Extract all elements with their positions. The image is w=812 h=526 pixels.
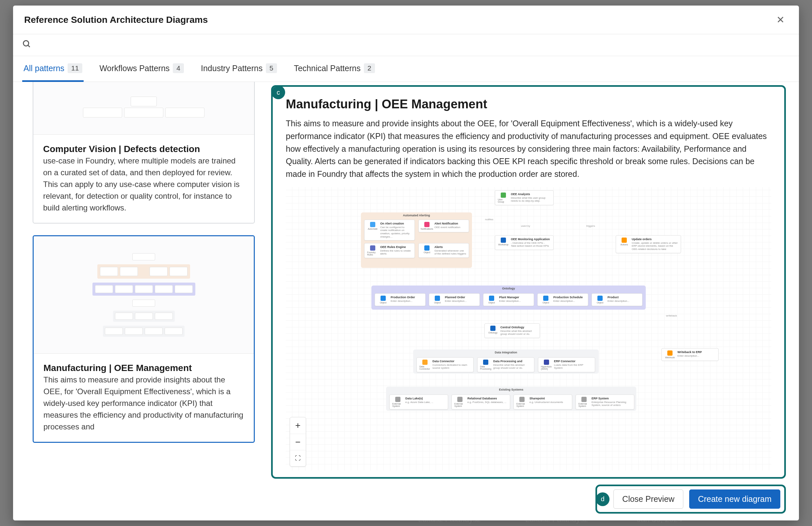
card-computer-vision[interactable]: Computer Vision | Defects detection use-… [33,82,255,224]
tab-count: 11 [68,63,82,73]
node-product[interactable]: Object ProductEnter description... [592,294,642,306]
edge-label: used by [521,225,530,227]
svg-point-0 [24,41,29,46]
node-oee-analysts[interactable]: User Group OEE AnalystsDescribe what thi… [495,190,554,205]
modal: Reference Solution Architecture Diagrams… [13,5,799,521]
tab-count: 5 [266,63,277,73]
close-icon[interactable]: ✕ [773,13,788,27]
modal-title: Reference Solution Architecture Diagrams [24,15,208,25]
node-data-connector[interactable]: Data Connector Data ConnectorConnectors … [417,357,474,372]
tab-count: 4 [173,63,184,73]
node-production-schedule[interactable]: Object Production ScheduleEnter descript… [537,294,588,306]
card-thumbnail [33,82,254,135]
node-writeback-erp[interactable]: Webhook Writeback to ERPEnter descriptio… [662,348,719,361]
fullscreen-button[interactable]: ⛶ [290,450,306,466]
node-on-alert[interactable]: Automate On Alert creationCan be configu… [364,220,415,240]
group-label: Automated Alerting [403,214,430,217]
diagram-canvas[interactable]: User Group OEE AnalystsDescribe what thi… [286,187,771,470]
edge-label: notifies [485,218,493,221]
node-plant-manager[interactable]: Object Plant ManagerEnter description... [483,294,534,306]
node-erp-system[interactable]: External System ERP SystemEnterprise Res… [576,394,634,409]
edge-label: triggers [586,225,595,227]
node-relational-db[interactable]: External System Relational Databasese.g.… [451,394,510,409]
tab-label: Workflows Patterns [99,64,170,73]
node-planned-order[interactable]: Object Planned OrderEnter description... [429,294,480,306]
create-diagram-button[interactable]: Create new diagram [689,490,780,509]
card-list[interactable]: Computer Vision | Defects detection use-… [13,82,268,521]
tab-all-patterns[interactable]: All patterns 11 [22,56,84,82]
detail-description: This aims to measure and provide insight… [286,117,771,180]
node-rules-engine[interactable]: Foundry Rules OEE Rules EngineDefines th… [364,243,415,258]
card-title: Manufacturing | OEE Management [43,363,244,373]
tab-label: All patterns [24,64,64,73]
node-alerts[interactable]: Object AlertsGenerated whenever one of t… [418,243,469,258]
detail-panel: c Manufacturing | OEE Management This ai… [268,82,799,521]
tabs: All patterns 11 Workflows Patterns 4 Ind… [13,56,799,82]
node-data-processing[interactable]: Data Processing Data Processing andDescr… [477,357,534,372]
node-erp-connector[interactable]: HyperAuto (SDDI) ERP ConnectorLoads data… [538,357,595,372]
tab-label: Technical Patterns [294,64,361,73]
tab-workflows-patterns[interactable]: Workflows Patterns 4 [98,56,185,82]
tab-technical-patterns[interactable]: Technical Patterns 2 [293,56,376,82]
annotation-badge-c: c [272,86,285,99]
zoom-in-button[interactable]: + [290,417,306,434]
node-central-ontology[interactable]: Ontology Central OntologyDescribe what t… [484,324,540,338]
card-oee-management[interactable]: Manufacturing | OEE Management This aims… [33,235,255,443]
footer-actions: d Close Preview Create new diagram [595,484,786,514]
node-update-orders[interactable]: Actions Update ordersCreate, update or d… [616,235,681,253]
detail-title: Manufacturing | OEE Management [286,97,771,111]
node-production-order[interactable]: Object Production OrderEnter description… [375,294,425,306]
card-description: This aims to measure and provide insight… [43,374,244,433]
annotation-badge-d: d [596,492,609,506]
tab-label: Industry Patterns [201,64,263,73]
close-preview-button[interactable]: Close Preview [613,490,683,509]
zoom-out-button[interactable]: − [290,434,306,450]
detail-box: c Manufacturing | OEE Management This ai… [271,85,786,479]
zoom-controls: + − ⛶ [290,417,306,467]
edge-label: writeback [666,314,677,317]
group-label: Data Integration [495,351,517,354]
card-title: Computer Vision | Defects detection [43,144,244,154]
search-icon[interactable] [22,44,31,49]
node-alert-notification[interactable]: Notifications Alert NotificationOEE even… [418,220,469,232]
node-sharepoint[interactable]: External System Sharepointe.g. Unstructu… [513,394,572,409]
search-row [13,34,799,56]
group-label: Existing Systems [499,388,524,391]
tab-count: 2 [364,63,375,73]
modal-header: Reference Solution Architecture Diagrams… [13,5,799,34]
node-monitoring-app[interactable]: Workshop OEE Monitoring Application- Ove… [495,235,554,250]
node-data-lake[interactable]: External System Data Lake(s)e.g. Azure D… [389,394,448,409]
group-label: Ontology [502,287,515,290]
card-thumbnail [34,236,254,354]
tab-industry-patterns[interactable]: Industry Patterns 5 [200,56,278,82]
modal-body: Computer Vision | Defects detection use-… [13,82,799,521]
svg-line-1 [28,45,30,47]
footer: d Close Preview Create new diagram [271,479,786,514]
card-description[interactable]: use-case in Foundry, where multiple mode… [43,155,244,214]
